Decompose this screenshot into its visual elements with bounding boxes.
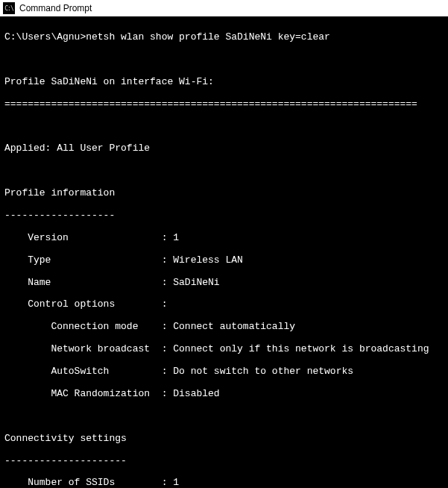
row-name: Name : SaDiNeNi	[4, 278, 444, 289]
row-mac-rand: MAC Randomization : Disabled	[4, 389, 444, 400]
section-dash: ---------------------	[4, 456, 444, 467]
blank	[4, 411, 444, 422]
blank	[4, 54, 444, 66]
profile-header: Profile SaDiNeNi on interface Wi-Fi:	[4, 77, 444, 88]
divider: ========================================…	[4, 99, 444, 110]
prompt-command: netsh wlan show profile SaDiNeNi key=cle…	[86, 31, 330, 43]
prompt-line: C:\Users\Agnu>netsh wlan show profile Sa…	[4, 32, 444, 43]
applied-line: Applied: All User Profile	[4, 143, 444, 154]
row-conn-mode: Connection mode : Connect automatically	[4, 322, 444, 333]
section-title-profile-info: Profile information	[4, 188, 444, 199]
row-net-broadcast: Network broadcast : Connect only if this…	[4, 344, 444, 355]
blank	[4, 166, 444, 177]
row-type: Type : Wireless LAN	[4, 255, 444, 266]
row-autoswitch: AutoSwitch : Do not switch to other netw…	[4, 366, 444, 378]
title-bar[interactable]: C:\ Command Prompt	[0, 0, 448, 16]
row-version: Version : 1	[4, 233, 444, 244]
row-control: Control options :	[4, 299, 444, 310]
row-num-ssids: Number of SSIDs : 1	[4, 478, 444, 488]
section-dash: -------------------	[4, 210, 444, 222]
terminal-output[interactable]: C:\Users\Agnu>netsh wlan show profile Sa…	[0, 16, 448, 488]
window-title: Command Prompt	[19, 3, 92, 13]
cmd-icon: C:\	[3, 2, 15, 14]
section-title-connectivity: Connectivity settings	[4, 434, 444, 445]
prompt-path: C:\Users\Agnu>	[4, 31, 86, 43]
blank	[4, 121, 444, 132]
